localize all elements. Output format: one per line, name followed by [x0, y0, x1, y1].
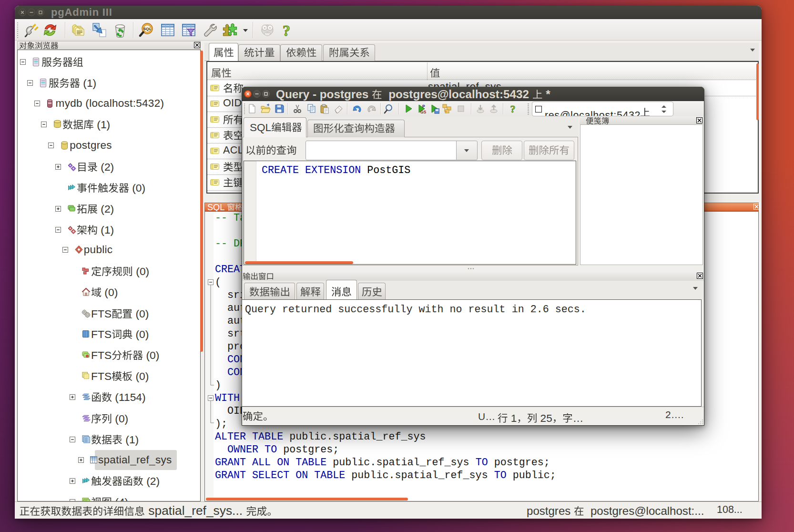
- svg-text:*: *: [542, 89, 550, 101]
- svg-text:25: 25: [537, 413, 552, 424]
- svg-text:SQL: SQL: [250, 122, 271, 133]
- svg-text:postgres@localhost:5432: postgres@localhost:5432: [382, 89, 532, 101]
- svg-text:?: ?: [510, 103, 516, 114]
- svg-text:…: …: [573, 413, 584, 424]
- svg-text:Query - postgres: Query - postgres: [276, 89, 372, 101]
- svg-text:GS: GS: [420, 110, 427, 114]
- svg-text:P: P: [422, 104, 425, 109]
- svg-text:1: 1: [508, 413, 517, 424]
